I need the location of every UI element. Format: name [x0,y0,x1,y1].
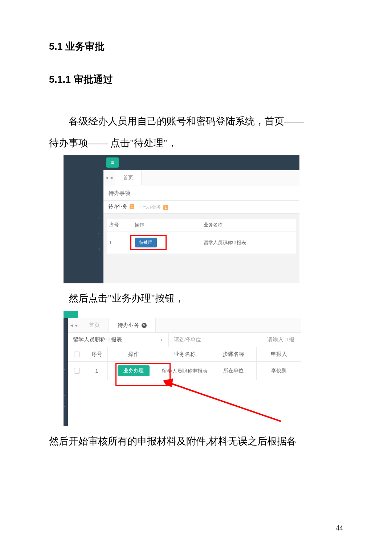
pending-table: 序号 操作 业务名称 1 待处理 留学人员职称申报表 [107,219,296,254]
subtab-pending[interactable]: 待办业务 1 [109,203,134,213]
hamburger-remnant [64,311,78,318]
paragraph-1b: 待办事项—— 点击"待处理"， [49,133,345,153]
done-count-badge: 1 [163,205,168,210]
th-business-name: 业务名称 [159,347,210,361]
pending-count-badge: 1 [130,204,135,209]
subtab-done[interactable]: 已办业务 1 [142,204,168,213]
chevron-left-icon: ‹ [64,368,65,372]
close-icon[interactable]: ✕ [142,323,147,328]
cell-seq: 1 [86,362,108,380]
paragraph-2: 然后点击"业务办理"按钮， [49,288,345,308]
caret-down-icon: ▼ [160,338,163,342]
tab-home[interactable]: 首页 [115,170,142,185]
filter-bar: 留学人员职称申报表 ▼ 请选择单位 请输入申报 [68,333,301,347]
chevron-left-icon: ‹ [98,216,100,220]
subtab-bar: 待办业务 1 已办业务 1 [103,201,299,214]
filter-applicant-input[interactable]: 请输入申报 [262,333,301,347]
checkbox-all[interactable] [74,352,80,357]
chevron-left-icon: ‹ [98,246,100,251]
hamburger-button[interactable]: ≡ [106,157,119,168]
chevron-left-icon: ‹ [64,405,65,409]
th-operation: 操作 [108,347,159,361]
th-step-name: 步骤名称 [210,347,257,361]
tabs-scroll-left-icon[interactable]: ◄◄ [103,170,115,185]
screenshot-pending-list: ‹ ‹ ‹ ≡ ◄◄ 首页 待办事项 待办业务 1 [64,155,299,283]
highlight-box: 待处理 [130,235,167,250]
paragraph-1a: 各级经办人员用自己的账号和密码登陆系统，首页—— [49,111,345,131]
tab-home[interactable]: 首页 [80,318,109,332]
pending-button[interactable]: 待处理 [135,238,157,247]
th-seq: 序号 [109,222,135,228]
th-applicant: 申报人 [257,347,301,361]
page-number: 44 [336,524,343,532]
sidebar: ‹ ‹ ‹ [64,155,103,283]
filter-form-value: 留学人员职称申报表 [73,336,122,343]
tabs-scroll-left-icon[interactable]: ◄◄ [68,318,80,332]
subtab-done-label: 已办业务 [142,204,161,210]
heading-5-1-1: 5.1.1 审批通过 [49,73,345,86]
heading-5-1: 5.1 业务审批 [49,40,345,53]
th-seq: 序号 [86,347,108,361]
chevron-left-icon: ‹ [98,231,100,235]
tab-pending-business[interactable]: 待办业务 ✕ [109,318,156,332]
tab-bar: ◄◄ 首页 [103,170,299,185]
chevron-left-icon: ‹ [64,394,65,398]
tab-bar: ◄◄ 首页 待办业务 ✕ [68,318,301,333]
th-checkbox [68,347,86,361]
cell-business-name: 留学人员职称申报表 [159,362,210,380]
row-checkbox[interactable] [74,368,80,374]
filter-unit-placeholder: 请选择单位 [174,336,201,343]
cell-business-name: 留学人员职称申报表 [204,239,294,246]
tab-pending-label: 待办业务 [118,322,139,329]
topbar: ≡ [103,155,299,170]
filter-form-select[interactable]: 留学人员职称申报表 ▼ [68,333,169,347]
filter-unit-input[interactable]: 请选择单位 [169,333,262,347]
screenshot-process-list: ‹ ‹ ‹ ◄◄ 首页 待办业务 ✕ 留学人员职称申报表 ▼ [64,311,301,426]
table-row: 1 待处理 留学人员职称申报表 [107,231,296,254]
paragraph-3: 然后开始审核所有的申报材料及附件,材料无误之后根据各 [49,431,345,451]
th-operation: 操作 [135,222,204,228]
cell-step-name: 所在单位 [210,362,257,380]
filter-applicant-placeholder: 请输入申报 [267,336,294,343]
hamburger-icon: ≡ [111,160,114,165]
tab-home-label: 首页 [89,322,100,329]
sidebar-sliver: ‹ ‹ ‹ [64,311,68,426]
table-header: 序号 操作 业务名称 步骤名称 申报人 [68,347,301,362]
subtab-pending-label: 待办业务 [109,204,127,209]
table-row: 1 业务办理 留学人员职称申报表 所在单位 李俊鹏 [68,362,301,380]
process-button[interactable]: 业务办理 [118,365,150,376]
section-title-todo: 待办事项 [103,185,299,201]
th-business-name: 业务名称 [204,222,294,228]
cell-applicant: 李俊鹏 [257,362,301,380]
